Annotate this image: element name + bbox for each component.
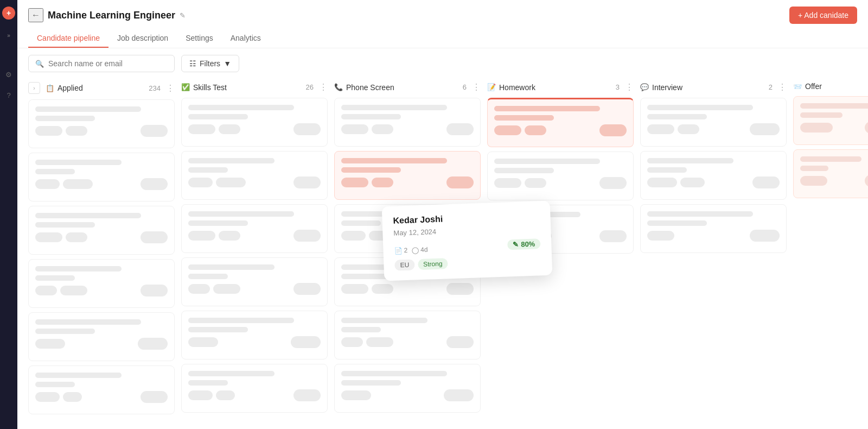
- sidebar-collapse-icon[interactable]: »: [7, 33, 10, 39]
- skeleton-card[interactable]: [28, 206, 175, 255]
- column-header-interview: 💬 Interview 2 ⋮: [640, 79, 787, 98]
- column-interview: 💬 Interview 2 ⋮: [640, 79, 787, 418]
- skeleton-card[interactable]: [28, 365, 175, 414]
- tabs: Candidate pipeline Job description Setti…: [28, 29, 857, 48]
- tab-pipeline[interactable]: Candidate pipeline: [28, 29, 108, 48]
- score-badge: ✎ 80%: [507, 238, 541, 250]
- skeleton-card[interactable]: [640, 151, 787, 200]
- column-header-offer: 📨 Offer: [793, 79, 868, 96]
- column-header-homework: 📝 Homework 3 ⋮: [487, 79, 634, 98]
- skeleton-card[interactable]: [181, 204, 328, 253]
- header: ← Machine Learning Engineer ✎ + Add cani…: [17, 0, 868, 48]
- skeleton-card[interactable]: [334, 364, 481, 413]
- skeleton-card[interactable]: [640, 204, 787, 253]
- hover-card-candidate-name: Kedar Joshi: [393, 211, 539, 225]
- app-logo[interactable]: +: [2, 7, 15, 20]
- skeleton-card-highlighted[interactable]: [334, 151, 481, 200]
- skeleton-card[interactable]: [28, 99, 175, 148]
- main-content: ← Machine Learning Engineer ✎ + Add cani…: [17, 0, 868, 429]
- skeleton-card[interactable]: [334, 98, 481, 147]
- edit-title-icon[interactable]: ✎: [180, 11, 186, 20]
- applied-cards: [28, 99, 175, 418]
- offer-icon: 📨: [793, 83, 802, 91]
- phone-screen-icon: 📞: [334, 83, 343, 91]
- interview-menu-icon[interactable]: ⋮: [778, 82, 787, 92]
- sidebar-settings-icon[interactable]: ⚙: [3, 69, 14, 80]
- skeleton-card[interactable]: [181, 364, 328, 413]
- column-offer: 📨 Offer: [793, 79, 868, 418]
- clock-icon: ◯: [412, 246, 419, 254]
- applied-title: Applied: [58, 84, 145, 92]
- title-row: ← Machine Learning Engineer ✎: [28, 8, 186, 22]
- back-button[interactable]: ←: [28, 8, 43, 22]
- skills-test-cards: [181, 98, 328, 418]
- skeleton-card[interactable]: [640, 98, 787, 147]
- skeleton-card[interactable]: [487, 152, 634, 200]
- tab-settings[interactable]: Settings: [177, 29, 222, 48]
- column-applied: › 📋 Applied 234 ⋮: [28, 79, 175, 418]
- hover-card-meta: 📄 2 ◯ 4d: [394, 246, 427, 255]
- hover-card-date: May 12, 2024: [393, 224, 540, 237]
- applied-icon: 📋: [46, 84, 54, 92]
- skeleton-card[interactable]: [28, 153, 175, 201]
- column-header-skills-test: ✅ Skills Test 26 ⋮: [181, 79, 328, 98]
- search-box: 🔍: [28, 55, 175, 72]
- column-skills-test: ✅ Skills Test 26 ⋮: [181, 79, 328, 418]
- sidebar-help-icon[interactable]: ?: [3, 90, 14, 100]
- filter-label: Filters: [200, 59, 220, 68]
- filter-button[interactable]: ☷ Filters ▼: [181, 55, 239, 72]
- hover-card-tags: EU Strong: [394, 255, 541, 270]
- homework-menu-icon[interactable]: ⋮: [625, 82, 634, 92]
- phone-screen-menu-icon[interactable]: ⋮: [472, 82, 481, 92]
- skills-test-icon: ✅: [181, 83, 190, 91]
- offer-cards: [793, 96, 868, 418]
- skeleton-card[interactable]: [181, 151, 328, 200]
- kanban-board: › 📋 Applied 234 ⋮: [17, 79, 868, 429]
- skeleton-card[interactable]: [28, 259, 175, 308]
- column-header-phone-screen: 📞 Phone Screen 6 ⋮: [334, 79, 481, 98]
- collapse-button[interactable]: ›: [28, 82, 40, 94]
- add-candidate-button[interactable]: + Add canidate: [789, 7, 857, 24]
- skeleton-card[interactable]: [793, 96, 868, 145]
- interview-title: Interview: [652, 83, 765, 92]
- applied-menu-icon[interactable]: ⋮: [166, 83, 175, 93]
- offer-title: Offer: [805, 82, 868, 91]
- interview-icon: 💬: [640, 83, 649, 91]
- phone-screen-count: 6: [463, 83, 467, 91]
- column-phone-screen: 📞 Phone Screen 6 ⋮: [334, 79, 481, 418]
- search-input[interactable]: [48, 59, 168, 68]
- hover-card-count: 📄 2: [394, 247, 407, 255]
- interview-count: 2: [769, 83, 773, 91]
- skeleton-card[interactable]: [181, 98, 328, 147]
- homework-count: 3: [616, 83, 620, 91]
- toolbar: 🔍 ☷ Filters ▼: [17, 48, 868, 79]
- skeleton-card[interactable]: [28, 312, 175, 361]
- page-title: Machine Learning Engineer: [48, 10, 175, 21]
- skeleton-card[interactable]: [181, 311, 328, 359]
- homework-icon: 📝: [487, 83, 496, 91]
- sidebar: + » ⚙ ?: [0, 0, 17, 429]
- tag-eu: EU: [394, 259, 414, 270]
- tab-analytics[interactable]: Analytics: [222, 29, 270, 48]
- skills-test-count: 26: [306, 83, 314, 91]
- header-top: ← Machine Learning Engineer ✎ + Add cani…: [28, 7, 857, 24]
- skeleton-card[interactable]: [334, 311, 481, 359]
- skeleton-card-highlighted-top[interactable]: [487, 98, 634, 147]
- skills-test-menu-icon[interactable]: ⋮: [319, 82, 328, 92]
- skeleton-card[interactable]: [793, 149, 868, 198]
- applied-count: 234: [149, 84, 161, 92]
- filter-chevron-icon: ▼: [224, 59, 231, 68]
- tab-job-description[interactable]: Job description: [108, 29, 177, 48]
- interview-cards: [640, 98, 787, 418]
- column-header-applied: › 📋 Applied 234 ⋮: [28, 79, 175, 99]
- pencil-icon: ✎: [513, 240, 519, 248]
- score-value: 80%: [521, 239, 535, 248]
- tag-strong: Strong: [418, 258, 448, 270]
- skills-test-title: Skills Test: [193, 83, 303, 92]
- phone-screen-title: Phone Screen: [346, 83, 459, 92]
- document-icon: 📄: [394, 247, 402, 255]
- hover-card-time: ◯ 4d: [412, 246, 428, 254]
- search-icon: 🔍: [35, 60, 44, 68]
- candidate-hover-card[interactable]: Kedar Joshi May 12, 2024 📄 2 ◯ 4d: [382, 201, 553, 281]
- skeleton-card[interactable]: [181, 257, 328, 306]
